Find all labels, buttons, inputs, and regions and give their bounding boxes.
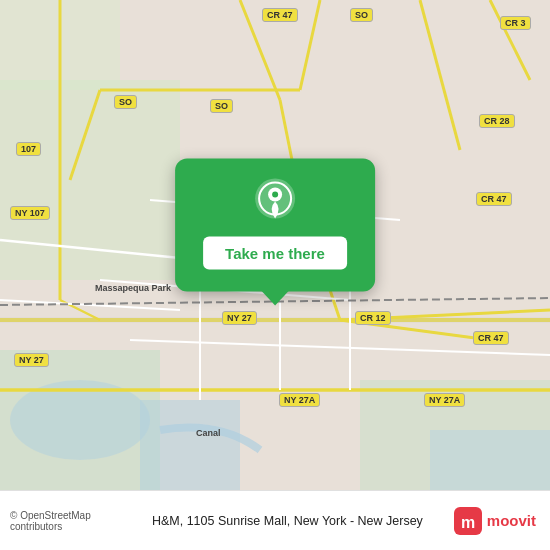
moovit-text: moovit (487, 512, 536, 529)
road-badge-so-mid: SO (210, 99, 233, 113)
road-badge-ny27-left: NY 27 (14, 353, 49, 367)
location-pin-icon (253, 177, 297, 221)
road-badge-so-left: SO (114, 95, 137, 109)
road-badge-cr28: CR 28 (479, 114, 515, 128)
road-badge-ny27: NY 27 (222, 311, 257, 325)
svg-rect-5 (430, 430, 550, 490)
green-popup: Take me there (175, 159, 375, 292)
bottom-bar: © OpenStreetMap contributors H&M, 1105 S… (0, 490, 550, 550)
canal-label: Canal (196, 428, 221, 438)
massapequa-park-label: Massapequa Park (95, 283, 171, 293)
road-badge-ny107: NY 107 (10, 206, 50, 220)
road-badge-ny27a-right: NY 27A (424, 393, 465, 407)
svg-text:m: m (461, 514, 475, 531)
map-container: CR 47 SO CR 3 SO SO 107 CR 28 NY 107 CR … (0, 0, 550, 490)
road-badge-cr47-bot: CR 47 (473, 331, 509, 345)
moovit-logo: m moovit (454, 507, 536, 535)
svg-rect-2 (140, 400, 240, 490)
popup-container: Take me there (175, 159, 375, 292)
road-badge-cr3: CR 3 (500, 16, 531, 30)
road-badge-so-top: SO (350, 8, 373, 22)
road-badge-cr12: CR 12 (355, 311, 391, 325)
road-badge-ny27a-mid: NY 27A (279, 393, 320, 407)
svg-point-3 (10, 380, 150, 460)
road-badge-cr47-mid: CR 47 (476, 192, 512, 206)
svg-point-35 (272, 192, 278, 198)
map-attribution: © OpenStreetMap contributors (10, 510, 121, 532)
road-badge-cr47-top: CR 47 (262, 8, 298, 22)
location-text: H&M, 1105 Sunrise Mall, New York - New J… (121, 514, 454, 528)
take-me-there-button[interactable]: Take me there (203, 237, 347, 270)
road-badge-107: 107 (16, 142, 41, 156)
moovit-icon: m (454, 507, 482, 535)
